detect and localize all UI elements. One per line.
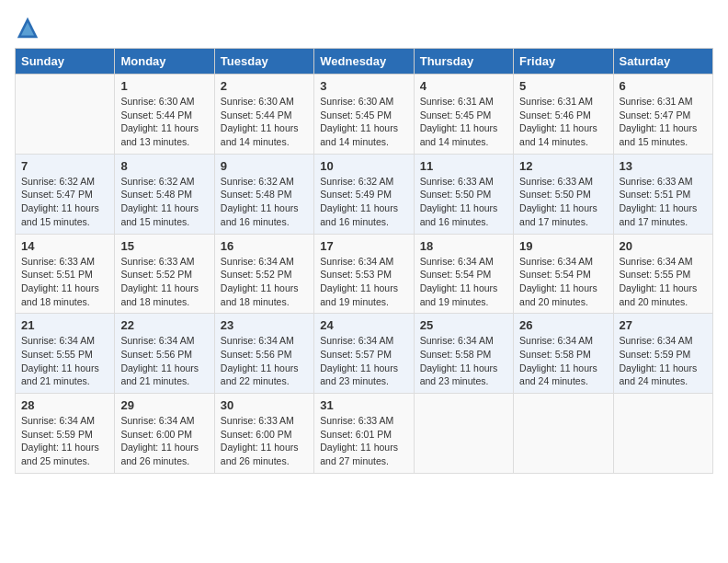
- calendar-cell: 15Sunrise: 6:33 AM Sunset: 5:52 PM Dayli…: [115, 234, 214, 314]
- calendar-cell: 28Sunrise: 6:34 AM Sunset: 5:59 PM Dayli…: [16, 394, 115, 474]
- day-info: Sunrise: 6:33 AM Sunset: 6:00 PM Dayligh…: [221, 414, 308, 468]
- day-number: 4: [420, 79, 507, 93]
- day-number: 23: [221, 318, 308, 332]
- calendar-cell: [16, 75, 115, 155]
- day-number: 19: [519, 239, 607, 253]
- day-number: 27: [620, 318, 707, 332]
- calendar-week-row: 14Sunrise: 6:33 AM Sunset: 5:51 PM Dayli…: [16, 234, 713, 314]
- day-of-week-sunday: Sunday: [16, 49, 115, 75]
- calendar-header-row: SundayMondayTuesdayWednesdayThursdayFrid…: [16, 49, 713, 75]
- calendar-cell: 30Sunrise: 6:33 AM Sunset: 6:00 PM Dayli…: [214, 394, 313, 474]
- calendar-cell: 7Sunrise: 6:32 AM Sunset: 5:47 PM Daylig…: [16, 154, 115, 234]
- day-of-week-monday: Monday: [115, 49, 214, 75]
- day-info: Sunrise: 6:34 AM Sunset: 5:57 PM Dayligh…: [320, 334, 407, 388]
- calendar-cell: 14Sunrise: 6:33 AM Sunset: 5:51 PM Dayli…: [16, 234, 115, 314]
- day-number: 6: [620, 79, 707, 93]
- day-info: Sunrise: 6:34 AM Sunset: 5:55 PM Dayligh…: [620, 255, 707, 309]
- calendar-cell: 6Sunrise: 6:31 AM Sunset: 5:47 PM Daylig…: [613, 75, 712, 155]
- calendar-cell: 3Sunrise: 6:30 AM Sunset: 5:45 PM Daylig…: [314, 75, 414, 155]
- day-number: 26: [519, 318, 607, 332]
- calendar-cell: 19Sunrise: 6:34 AM Sunset: 5:54 PM Dayli…: [514, 234, 613, 314]
- day-info: Sunrise: 6:34 AM Sunset: 5:52 PM Dayligh…: [221, 255, 308, 309]
- day-info: Sunrise: 6:32 AM Sunset: 5:48 PM Dayligh…: [120, 175, 208, 229]
- day-number: 28: [21, 398, 108, 412]
- calendar-cell: 17Sunrise: 6:34 AM Sunset: 5:53 PM Dayli…: [314, 234, 414, 314]
- day-number: 3: [320, 79, 407, 93]
- day-info: Sunrise: 6:33 AM Sunset: 5:50 PM Dayligh…: [420, 175, 507, 229]
- day-number: 29: [120, 398, 208, 412]
- day-number: 5: [519, 79, 607, 93]
- day-info: Sunrise: 6:34 AM Sunset: 6:00 PM Dayligh…: [120, 414, 208, 468]
- day-number: 7: [21, 159, 108, 173]
- day-number: 12: [519, 159, 607, 173]
- day-info: Sunrise: 6:31 AM Sunset: 5:46 PM Dayligh…: [519, 95, 607, 149]
- day-number: 2: [221, 79, 308, 93]
- calendar-cell: 23Sunrise: 6:34 AM Sunset: 5:56 PM Dayli…: [214, 314, 313, 394]
- day-number: 14: [21, 239, 108, 253]
- day-number: 1: [120, 79, 208, 93]
- calendar-cell: [514, 394, 613, 474]
- day-info: Sunrise: 6:30 AM Sunset: 5:45 PM Dayligh…: [320, 95, 407, 149]
- calendar-cell: 27Sunrise: 6:34 AM Sunset: 5:59 PM Dayli…: [613, 314, 712, 394]
- day-info: Sunrise: 6:31 AM Sunset: 5:45 PM Dayligh…: [420, 95, 507, 149]
- calendar-cell: 13Sunrise: 6:33 AM Sunset: 5:51 PM Dayli…: [613, 154, 712, 234]
- day-number: 11: [420, 159, 507, 173]
- day-info: Sunrise: 6:30 AM Sunset: 5:44 PM Dayligh…: [221, 95, 308, 149]
- calendar-cell: 21Sunrise: 6:34 AM Sunset: 5:55 PM Dayli…: [16, 314, 115, 394]
- day-number: 21: [21, 318, 108, 332]
- day-of-week-tuesday: Tuesday: [214, 49, 313, 75]
- calendar-week-row: 7Sunrise: 6:32 AM Sunset: 5:47 PM Daylig…: [16, 154, 713, 234]
- day-number: 17: [320, 239, 407, 253]
- day-info: Sunrise: 6:33 AM Sunset: 6:01 PM Dayligh…: [320, 414, 407, 468]
- day-info: Sunrise: 6:34 AM Sunset: 5:55 PM Dayligh…: [21, 334, 108, 388]
- day-info: Sunrise: 6:33 AM Sunset: 5:51 PM Dayligh…: [620, 175, 707, 229]
- calendar-cell: 1Sunrise: 6:30 AM Sunset: 5:44 PM Daylig…: [115, 75, 214, 155]
- day-info: Sunrise: 6:33 AM Sunset: 5:50 PM Dayligh…: [519, 175, 607, 229]
- page-header: [15, 15, 713, 40]
- calendar-cell: 4Sunrise: 6:31 AM Sunset: 5:45 PM Daylig…: [414, 75, 513, 155]
- day-number: 22: [120, 318, 208, 332]
- calendar-cell: [613, 394, 712, 474]
- day-info: Sunrise: 6:32 AM Sunset: 5:48 PM Dayligh…: [221, 175, 308, 229]
- day-info: Sunrise: 6:34 AM Sunset: 5:56 PM Dayligh…: [120, 334, 208, 388]
- day-number: 18: [420, 239, 507, 253]
- day-info: Sunrise: 6:33 AM Sunset: 5:52 PM Dayligh…: [120, 255, 208, 309]
- day-number: 9: [221, 159, 308, 173]
- day-info: Sunrise: 6:34 AM Sunset: 5:54 PM Dayligh…: [420, 255, 507, 309]
- day-number: 15: [120, 239, 208, 253]
- day-info: Sunrise: 6:34 AM Sunset: 5:58 PM Dayligh…: [519, 334, 607, 388]
- day-info: Sunrise: 6:34 AM Sunset: 5:54 PM Dayligh…: [519, 255, 607, 309]
- calendar-cell: 31Sunrise: 6:33 AM Sunset: 6:01 PM Dayli…: [314, 394, 414, 474]
- calendar-cell: 22Sunrise: 6:34 AM Sunset: 5:56 PM Dayli…: [115, 314, 214, 394]
- day-info: Sunrise: 6:34 AM Sunset: 5:59 PM Dayligh…: [620, 334, 707, 388]
- calendar-cell: 11Sunrise: 6:33 AM Sunset: 5:50 PM Dayli…: [414, 154, 513, 234]
- calendar-cell: 10Sunrise: 6:32 AM Sunset: 5:49 PM Dayli…: [314, 154, 414, 234]
- day-of-week-saturday: Saturday: [613, 49, 712, 75]
- day-number: 25: [420, 318, 507, 332]
- day-of-week-friday: Friday: [514, 49, 613, 75]
- day-info: Sunrise: 6:31 AM Sunset: 5:47 PM Dayligh…: [620, 95, 707, 149]
- day-number: 13: [620, 159, 707, 173]
- calendar-week-row: 1Sunrise: 6:30 AM Sunset: 5:44 PM Daylig…: [16, 75, 713, 155]
- calendar-cell: 29Sunrise: 6:34 AM Sunset: 6:00 PM Dayli…: [115, 394, 214, 474]
- day-number: 16: [221, 239, 308, 253]
- calendar-cell: 20Sunrise: 6:34 AM Sunset: 5:55 PM Dayli…: [613, 234, 712, 314]
- calendar-cell: 9Sunrise: 6:32 AM Sunset: 5:48 PM Daylig…: [214, 154, 313, 234]
- calendar-cell: 12Sunrise: 6:33 AM Sunset: 5:50 PM Dayli…: [514, 154, 613, 234]
- day-info: Sunrise: 6:34 AM Sunset: 5:53 PM Dayligh…: [320, 255, 407, 309]
- logo: [15, 15, 44, 40]
- day-number: 8: [120, 159, 208, 173]
- calendar-cell: 25Sunrise: 6:34 AM Sunset: 5:58 PM Dayli…: [414, 314, 513, 394]
- calendar-week-row: 28Sunrise: 6:34 AM Sunset: 5:59 PM Dayli…: [16, 394, 713, 474]
- calendar-week-row: 21Sunrise: 6:34 AM Sunset: 5:55 PM Dayli…: [16, 314, 713, 394]
- calendar-cell: 16Sunrise: 6:34 AM Sunset: 5:52 PM Dayli…: [214, 234, 313, 314]
- day-number: 10: [320, 159, 407, 173]
- calendar-cell: 26Sunrise: 6:34 AM Sunset: 5:58 PM Dayli…: [514, 314, 613, 394]
- day-info: Sunrise: 6:34 AM Sunset: 5:56 PM Dayligh…: [221, 334, 308, 388]
- day-info: Sunrise: 6:30 AM Sunset: 5:44 PM Dayligh…: [120, 95, 208, 149]
- logo-icon: [15, 15, 40, 40]
- day-number: 20: [620, 239, 707, 253]
- calendar-cell: [414, 394, 513, 474]
- calendar-cell: 5Sunrise: 6:31 AM Sunset: 5:46 PM Daylig…: [514, 75, 613, 155]
- calendar-table: SundayMondayTuesdayWednesdayThursdayFrid…: [15, 48, 713, 474]
